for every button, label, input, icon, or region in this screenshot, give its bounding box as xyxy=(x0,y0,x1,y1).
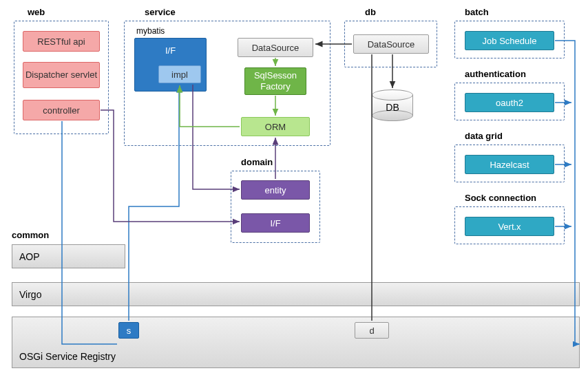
osgi-bar: OSGi Service Registry xyxy=(12,317,580,368)
service-datasource-block: DataSource xyxy=(238,38,313,57)
orm-block: ORM xyxy=(241,117,310,136)
dispatcher-servlet-block: Dispatcher servlet xyxy=(23,62,100,88)
registry-d-block: d xyxy=(355,322,389,339)
restful-api-block: RESTful api xyxy=(23,31,100,52)
impl-block: impl xyxy=(158,65,201,83)
vertx-block: Vert.x xyxy=(465,217,554,236)
if-block: I/F xyxy=(134,38,207,92)
web-label: web xyxy=(28,7,45,17)
registry-s-block: s xyxy=(118,322,139,339)
virgo-bar: Virgo xyxy=(12,282,580,306)
db-datasource-block: DataSource xyxy=(353,34,429,54)
mybatis-label: mybatis xyxy=(136,26,165,36)
sock-label: Sock connection xyxy=(465,193,536,203)
db-cylinder-label: DB xyxy=(372,102,413,113)
sqlsession-factory-block: SqlSesson Factory xyxy=(244,67,306,95)
job-schedule-block: Job Schedule xyxy=(465,31,554,50)
domain-label: domain xyxy=(241,157,273,167)
controller-block: controller xyxy=(23,100,100,120)
db-label: db xyxy=(365,7,376,17)
authentication-label: authentication xyxy=(465,69,526,79)
common-label: common xyxy=(12,230,49,240)
datagrid-label: data grid xyxy=(465,131,503,141)
service-label: service xyxy=(145,7,176,17)
domain-if-block: I/F xyxy=(241,213,310,233)
entity-block: entity xyxy=(241,180,310,200)
oauth2-block: oauth2 xyxy=(465,93,554,112)
aop-bar: AOP xyxy=(12,244,125,268)
batch-label: batch xyxy=(465,7,489,17)
hazelcast-block: Hazelcast xyxy=(465,155,554,174)
